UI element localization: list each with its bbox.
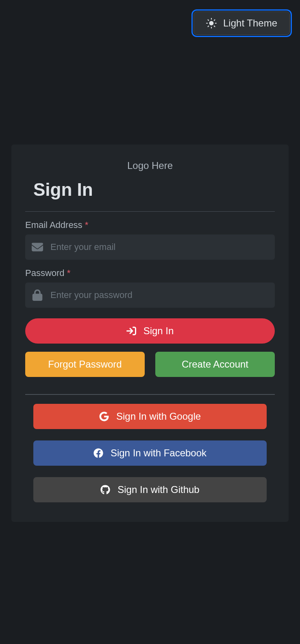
password-label: Password * [25,268,275,278]
create-account-button[interactable]: Create Account [155,352,275,377]
signin-button[interactable]: Sign In [25,318,275,344]
google-signin-button[interactable]: Sign In with Google [33,404,267,429]
github-signin-label: Sign In with Github [117,484,199,495]
required-star: * [67,268,71,278]
forgot-password-button[interactable]: Forgot Password [25,352,145,377]
divider [25,394,275,395]
github-signin-button[interactable]: Sign In with Github [33,477,267,502]
password-group: Password * [25,268,275,308]
facebook-icon [93,448,103,458]
lock-icon [32,289,43,301]
sun-icon [206,18,217,28]
envelope-icon [32,241,43,253]
svg-point-0 [209,21,214,26]
password-input-wrapper[interactable] [25,283,275,308]
facebook-signin-button[interactable]: Sign In with Facebook [33,440,267,466]
email-field[interactable] [50,242,268,252]
email-label-text: Email Address [25,220,83,230]
create-account-label: Create Account [182,359,248,370]
forgot-password-label: Forgot Password [48,359,122,370]
github-icon [100,485,110,495]
divider [25,211,275,212]
password-label-text: Password [25,268,65,278]
email-input-wrapper[interactable] [25,234,275,260]
signin-icon [126,326,136,336]
signin-button-label: Sign In [143,325,174,337]
password-field[interactable] [50,290,268,300]
page-container: Light Theme Logo Here Sign In Email Addr… [0,0,300,644]
facebook-signin-label: Sign In with Facebook [111,447,207,459]
social-buttons: Sign In with Google Sign In with Faceboo… [25,404,275,502]
email-label: Email Address * [25,220,275,230]
google-signin-label: Sign In with Google [116,411,201,422]
google-icon [99,412,109,421]
theme-toggle-label: Light Theme [223,18,277,29]
signin-card: Logo Here Sign In Email Address * Pas [11,145,289,522]
logo-placeholder: Logo Here [11,160,289,171]
required-star: * [85,220,89,230]
theme-toggle-button[interactable]: Light Theme [193,11,290,35]
email-group: Email Address * [25,220,275,260]
page-title: Sign In [33,180,275,200]
button-row: Forgot Password Create Account [25,352,275,377]
